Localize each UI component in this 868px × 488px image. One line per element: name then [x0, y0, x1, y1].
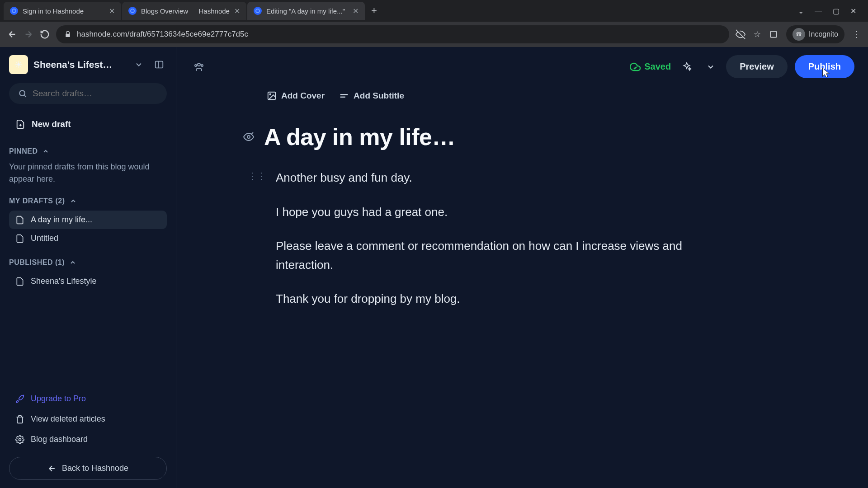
close-icon[interactable]: ✕ [234, 7, 240, 15]
editor-main: Saved Preview Publish Add Cover [176, 47, 868, 488]
svg-point-13 [195, 65, 197, 66]
back-label: Back to Hashnode [62, 464, 128, 473]
published-section-header[interactable]: PUBLISHED (1) [9, 258, 167, 267]
browser-tab-2[interactable]: Editing "A day in my life..." ✕ [247, 2, 365, 20]
close-icon[interactable]: ✕ [353, 7, 359, 15]
paragraph-row: ⋮⋮ I hope you guys had a great one. [203, 203, 692, 222]
chevron-down-icon[interactable] [703, 59, 719, 75]
svg-point-2 [797, 34, 799, 36]
browser-chrome: Sign in to Hashnode ✕ Blogs Overview — H… [0, 0, 868, 47]
editor-header: Saved Preview Publish [176, 47, 868, 86]
visibility-icon[interactable] [243, 131, 254, 142]
cloud-check-icon [630, 61, 641, 72]
published-label: PUBLISHED (1) [9, 258, 65, 267]
add-subtitle-button[interactable]: Add Subtitle [339, 91, 404, 101]
blog-selector[interactable]: ☀ Sheena's Lifest… [9, 55, 167, 74]
view-deleted-link[interactable]: View deleted articles [9, 409, 167, 429]
new-draft-icon [15, 119, 25, 129]
tab-search-icon[interactable]: ⌄ [798, 7, 804, 15]
svg-line-7 [24, 95, 26, 97]
paragraph[interactable]: Another busy and fun day. [276, 169, 412, 188]
collaborators-icon[interactable] [190, 58, 208, 76]
chevron-up-icon [69, 259, 76, 266]
new-draft-label: New draft [32, 119, 71, 129]
my-drafts-section-header[interactable]: MY DRAFTS (2) [9, 197, 167, 205]
deleted-label: View deleted articles [31, 414, 105, 424]
app-root: ☀ Sheena's Lifest… New draft PINNED [0, 47, 868, 488]
sparkle-icon[interactable] [678, 58, 695, 75]
paragraph-row: ⋮⋮ Please leave a comment or recommendat… [203, 237, 692, 274]
upgrade-pro-link[interactable]: Upgrade to Pro [9, 389, 167, 409]
paragraph[interactable]: Thank you for dropping by my blog. [276, 290, 460, 309]
browser-toolbar: hashnode.com/draft/65713634e5ce69e2777c7… [0, 22, 868, 47]
preview-button[interactable]: Preview [726, 55, 788, 78]
svg-point-3 [799, 34, 802, 36]
browser-tab-1[interactable]: Blogs Overview — Hashnode ✕ [122, 2, 246, 20]
hashnode-icon [254, 7, 262, 15]
document-icon [15, 216, 24, 225]
draft-item[interactable]: A day in my life... [9, 211, 167, 229]
document-icon [15, 277, 24, 286]
search-drafts[interactable] [9, 83, 167, 104]
svg-rect-1 [770, 31, 776, 37]
close-window-icon[interactable]: ✕ [850, 7, 856, 15]
paragraph[interactable]: I hope you guys had a great one. [276, 203, 448, 222]
incognito-icon [793, 28, 805, 41]
browser-tab-0[interactable]: Sign in to Hashnode ✕ [4, 2, 121, 20]
pinned-section-header[interactable]: PINNED [9, 147, 167, 155]
paragraph-row: ⋮⋮ Thank you for dropping by my blog. [203, 290, 692, 309]
panel-toggle-icon[interactable] [151, 57, 167, 72]
pinned-empty-text: Your pinned drafts from this blog would … [9, 161, 167, 185]
url-text: hashnode.com/draft/65713634e5ce69e2777c7… [77, 30, 721, 39]
subtitle-icon [339, 91, 349, 101]
address-bar[interactable]: hashnode.com/draft/65713634e5ce69e2777c7… [56, 25, 729, 43]
draft-item[interactable]: Untitled [9, 229, 167, 248]
sidebar: ☀ Sheena's Lifest… New draft PINNED [0, 47, 176, 488]
add-cover-button[interactable]: Add Cover [267, 91, 325, 101]
back-to-hashnode-button[interactable]: Back to Hashnode [9, 457, 167, 480]
published-item[interactable]: Sheena's Lifestyle [9, 272, 167, 291]
close-icon[interactable]: ✕ [109, 7, 115, 15]
browser-menu-icon[interactable]: ⋮ [853, 29, 861, 39]
pinned-label: PINNED [9, 147, 38, 155]
forward-icon [24, 29, 33, 39]
chevron-down-icon[interactable] [132, 57, 146, 72]
new-tab-button[interactable]: + [366, 5, 382, 17]
svg-point-11 [198, 63, 200, 66]
tab-bar: Sign in to Hashnode ✕ Blogs Overview — H… [0, 0, 868, 22]
svg-point-18 [247, 136, 250, 138]
svg-point-10 [19, 438, 21, 441]
rocket-icon [15, 394, 24, 404]
svg-point-6 [19, 90, 25, 96]
my-drafts-label: MY DRAFTS (2) [9, 197, 65, 205]
saved-label: Saved [644, 61, 671, 72]
star-icon[interactable]: ☆ [754, 29, 761, 39]
new-draft-button[interactable]: New draft [9, 114, 167, 135]
drag-handle-icon[interactable]: ⋮⋮ [248, 169, 266, 181]
image-icon [267, 91, 277, 101]
search-icon [18, 89, 27, 98]
search-input[interactable] [33, 89, 158, 99]
chevron-up-icon [42, 148, 49, 155]
article-title[interactable]: A day in my life… [264, 123, 455, 150]
published-title: Sheena's Lifestyle [31, 277, 97, 286]
minimize-icon[interactable]: — [815, 7, 822, 15]
eye-off-icon[interactable] [736, 29, 745, 39]
hashnode-icon [10, 7, 18, 15]
arrow-left-icon [47, 464, 57, 473]
paragraph[interactable]: Please leave a comment or recommendation… [276, 237, 692, 274]
extensions-icon[interactable] [769, 30, 778, 39]
window-controls: ⌄ — ▢ ✕ [790, 7, 864, 15]
maximize-icon[interactable]: ▢ [833, 7, 840, 15]
trash-icon [15, 415, 24, 424]
upgrade-label: Upgrade to Pro [31, 394, 86, 404]
back-icon[interactable] [7, 29, 17, 39]
tab-title: Sign in to Hashnode [23, 7, 104, 15]
publish-button[interactable]: Publish [795, 55, 854, 78]
blog-dashboard-link[interactable]: Blog dashboard [9, 429, 167, 450]
reload-icon[interactable] [40, 29, 50, 39]
draft-title: Untitled [31, 234, 58, 243]
tab-title: Blogs Overview — Hashnode [141, 7, 230, 15]
incognito-label: Incognito [809, 30, 838, 38]
incognito-badge[interactable]: Incognito [786, 25, 844, 43]
